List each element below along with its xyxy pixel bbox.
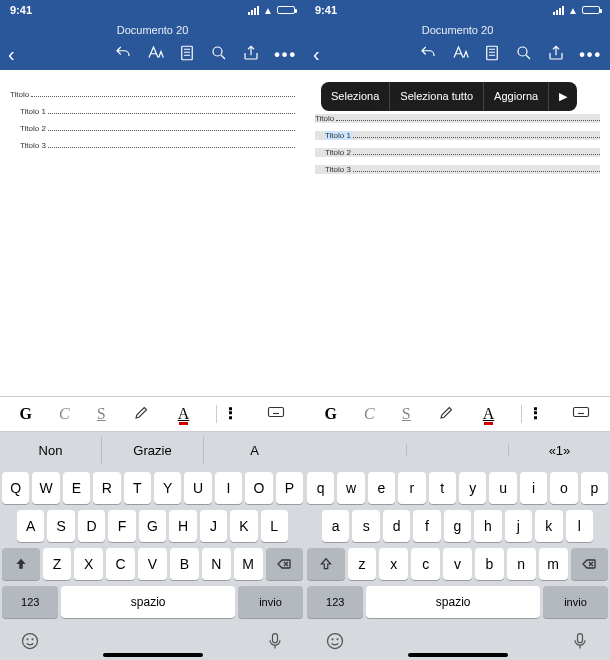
font-color-button[interactable]: A xyxy=(483,405,495,423)
reading-view-button[interactable] xyxy=(178,44,196,66)
home-indicator[interactable] xyxy=(408,653,508,657)
key[interactable]: j xyxy=(505,510,532,542)
undo-button[interactable] xyxy=(114,44,132,66)
key[interactable]: k xyxy=(535,510,562,542)
font-style-button[interactable] xyxy=(146,44,164,66)
key[interactable]: e xyxy=(368,472,395,504)
key[interactable]: J xyxy=(200,510,227,542)
key[interactable]: g xyxy=(444,510,471,542)
search-button[interactable] xyxy=(515,44,533,66)
underline-button[interactable]: S xyxy=(402,405,411,423)
key[interactable]: i xyxy=(520,472,547,504)
highlight-button[interactable] xyxy=(438,403,456,425)
more-button[interactable]: ••• xyxy=(274,46,297,64)
mic-button[interactable] xyxy=(265,631,285,655)
share-button[interactable] xyxy=(547,44,565,66)
key[interactable]: v xyxy=(443,548,472,580)
key[interactable]: q xyxy=(307,472,334,504)
suggestion[interactable]: Grazie xyxy=(102,437,204,464)
key[interactable]: I xyxy=(215,472,242,504)
more-button[interactable]: ••• xyxy=(579,46,602,64)
toc-item[interactable]: Titolo 1 xyxy=(10,107,295,116)
suggestion[interactable]: «1» xyxy=(509,437,610,464)
format-more-button[interactable]: ⠇ xyxy=(521,405,545,423)
backspace-key[interactable] xyxy=(266,548,304,580)
toc-root[interactable]: Titolo xyxy=(10,90,295,99)
key[interactable]: F xyxy=(108,510,135,542)
ctx-select-all[interactable]: Seleziona tutto xyxy=(390,82,484,111)
ctx-update[interactable]: Aggiorna xyxy=(484,82,549,111)
numeric-key[interactable]: 123 xyxy=(2,586,58,618)
key[interactable]: H xyxy=(169,510,196,542)
key[interactable]: C xyxy=(106,548,135,580)
back-button[interactable]: ‹ xyxy=(8,43,15,66)
shift-key[interactable] xyxy=(2,548,40,580)
highlight-button[interactable] xyxy=(133,403,151,425)
key[interactable]: n xyxy=(507,548,536,580)
emoji-button[interactable] xyxy=(20,631,40,655)
enter-key[interactable]: invio xyxy=(238,586,303,618)
key[interactable]: Q xyxy=(2,472,29,504)
key[interactable]: L xyxy=(261,510,288,542)
shift-key[interactable] xyxy=(307,548,345,580)
key[interactable]: E xyxy=(63,472,90,504)
key[interactable]: w xyxy=(337,472,364,504)
key[interactable]: W xyxy=(32,472,59,504)
key[interactable]: R xyxy=(93,472,120,504)
key[interactable]: z xyxy=(348,548,377,580)
undo-button[interactable] xyxy=(419,44,437,66)
key[interactable]: o xyxy=(550,472,577,504)
ctx-select[interactable]: Seleziona xyxy=(321,82,390,111)
key[interactable]: f xyxy=(413,510,440,542)
toc-item[interactable]: Titolo 2 xyxy=(10,124,295,133)
key[interactable]: X xyxy=(74,548,103,580)
key[interactable]: S xyxy=(47,510,74,542)
document-canvas[interactable]: Seleziona Seleziona tutto Aggiorna ▶ Tit… xyxy=(305,70,610,396)
toc-root[interactable]: Titolo xyxy=(315,114,600,123)
key[interactable]: r xyxy=(398,472,425,504)
underline-button[interactable]: S xyxy=(97,405,106,423)
key[interactable]: U xyxy=(184,472,211,504)
italic-button[interactable]: C xyxy=(364,405,375,423)
search-button[interactable] xyxy=(210,44,228,66)
toc-item[interactable]: Titolo 3 xyxy=(10,141,295,150)
italic-button[interactable]: C xyxy=(59,405,70,423)
key[interactable]: l xyxy=(566,510,593,542)
key[interactable]: D xyxy=(78,510,105,542)
document-canvas[interactable]: Titolo Titolo 1 Titolo 2 Titolo 3 xyxy=(0,70,305,396)
key[interactable]: O xyxy=(245,472,272,504)
keyboard-toggle-button[interactable] xyxy=(267,403,285,425)
bold-button[interactable]: G xyxy=(20,405,32,423)
enter-key[interactable]: invio xyxy=(543,586,608,618)
format-more-button[interactable]: ⠇ xyxy=(216,405,240,423)
key[interactable]: M xyxy=(234,548,263,580)
key[interactable]: y xyxy=(459,472,486,504)
bold-button[interactable]: G xyxy=(325,405,337,423)
suggestion[interactable] xyxy=(407,444,509,456)
key[interactable]: K xyxy=(230,510,257,542)
key[interactable]: b xyxy=(475,548,504,580)
toc-item[interactable]: Titolo 1 xyxy=(315,131,600,140)
toc-item[interactable]: Titolo 3 xyxy=(315,165,600,174)
share-button[interactable] xyxy=(242,44,260,66)
key[interactable]: Y xyxy=(154,472,181,504)
key[interactable]: c xyxy=(411,548,440,580)
toc-item[interactable]: Titolo 2 xyxy=(315,148,600,157)
key[interactable]: u xyxy=(489,472,516,504)
numeric-key[interactable]: 123 xyxy=(307,586,363,618)
ctx-more-arrow[interactable]: ▶ xyxy=(549,82,577,111)
emoji-button[interactable] xyxy=(325,631,345,655)
home-indicator[interactable] xyxy=(103,653,203,657)
key[interactable]: G xyxy=(139,510,166,542)
key[interactable]: T xyxy=(124,472,151,504)
key[interactable]: s xyxy=(352,510,379,542)
space-key[interactable]: spazio xyxy=(366,586,540,618)
key[interactable]: V xyxy=(138,548,167,580)
key[interactable]: p xyxy=(581,472,608,504)
key[interactable]: t xyxy=(429,472,456,504)
key[interactable]: x xyxy=(379,548,408,580)
key[interactable]: a xyxy=(322,510,349,542)
suggestion[interactable]: Non xyxy=(0,437,102,464)
backspace-key[interactable] xyxy=(571,548,609,580)
keyboard-toggle-button[interactable] xyxy=(572,403,590,425)
